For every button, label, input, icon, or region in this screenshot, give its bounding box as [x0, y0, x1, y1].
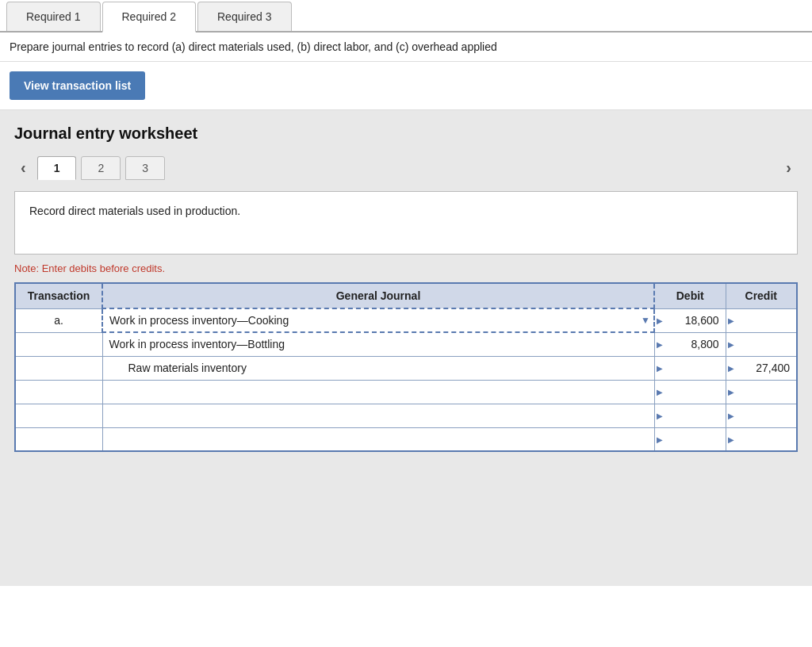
note-text: Note: Enter debits before credits. — [14, 262, 798, 274]
debit-cell[interactable]: 8,800 — [654, 332, 726, 356]
debit-cell[interactable] — [654, 404, 726, 427]
instructions-text: Prepare journal entries to record (a) di… — [0, 33, 812, 62]
table-row: Work in process inventory—Bottling8,800 — [15, 332, 797, 356]
credit-value: 27,400 — [756, 362, 790, 374]
transaction-cell — [15, 332, 102, 356]
debit-cell[interactable] — [654, 356, 726, 380]
worksheet-title: Journal entry worksheet — [14, 124, 798, 143]
table-row — [15, 380, 797, 404]
transaction-cell — [15, 404, 102, 427]
header-debit: Debit — [654, 283, 726, 308]
general-journal-cell[interactable]: Raw materials inventory — [102, 356, 654, 380]
table-row — [15, 404, 797, 427]
transaction-cell — [15, 380, 102, 404]
table-row: a.Work in process inventory—Cooking▼18,6… — [15, 308, 797, 332]
header-transaction: Transaction — [15, 283, 102, 308]
transaction-cell — [15, 427, 102, 451]
prev-entry-button[interactable]: ‹ — [14, 155, 33, 180]
general-journal-cell[interactable]: Work in process inventory—Bottling — [102, 332, 654, 356]
credit-cell[interactable] — [726, 380, 797, 404]
general-journal-text: Work in process inventory—Bottling — [109, 338, 285, 350]
general-journal-cell[interactable] — [102, 380, 654, 404]
credit-cell[interactable]: 27,400 — [726, 356, 797, 380]
transaction-cell: a. — [15, 308, 102, 332]
credit-cell[interactable] — [726, 427, 797, 451]
debit-cell[interactable] — [654, 380, 726, 404]
debit-cell[interactable] — [654, 427, 726, 451]
main-content: Journal entry worksheet ‹ 1 2 3 › Record… — [0, 110, 812, 586]
credit-cell[interactable] — [726, 404, 797, 427]
entry-nav: ‹ 1 2 3 › — [14, 155, 798, 180]
debit-cell[interactable]: 18,600 — [654, 308, 726, 332]
journal-table: Transaction General Journal Debit Credit… — [14, 282, 798, 452]
view-transaction-bar: View transaction list — [0, 62, 812, 110]
entry-tab-2[interactable]: 2 — [81, 156, 121, 180]
tab-required2[interactable]: Required 2 — [102, 2, 197, 33]
description-box: Record direct materials used in producti… — [14, 191, 798, 255]
debit-value: 18,600 — [685, 314, 719, 327]
table-row: Raw materials inventory27,400 — [15, 356, 797, 380]
entry-tab-3[interactable]: 3 — [125, 156, 165, 180]
general-journal-text: Work in process inventory—Cooking — [109, 314, 289, 327]
tab-required3[interactable]: Required 3 — [197, 2, 292, 31]
general-journal-text: Raw materials inventory — [109, 362, 247, 374]
general-journal-cell[interactable] — [102, 404, 654, 427]
table-row — [15, 427, 797, 451]
view-transaction-button[interactable]: View transaction list — [10, 71, 145, 100]
tabs-bar: Required 1 Required 2 Required 3 — [0, 0, 812, 33]
tab-required1[interactable]: Required 1 — [6, 2, 101, 31]
next-entry-button[interactable]: › — [779, 155, 798, 180]
transaction-cell — [15, 356, 102, 380]
entry-tab-1[interactable]: 1 — [37, 156, 77, 180]
general-journal-cell[interactable]: Work in process inventory—Cooking▼ — [102, 308, 654, 332]
debit-value: 8,800 — [691, 338, 718, 350]
credit-cell[interactable] — [726, 332, 797, 356]
credit-cell[interactable] — [726, 308, 797, 332]
header-credit: Credit — [726, 283, 797, 308]
header-general-journal: General Journal — [102, 283, 654, 308]
dropdown-arrow-icon[interactable]: ▼ — [641, 315, 650, 326]
general-journal-cell[interactable] — [102, 427, 654, 451]
